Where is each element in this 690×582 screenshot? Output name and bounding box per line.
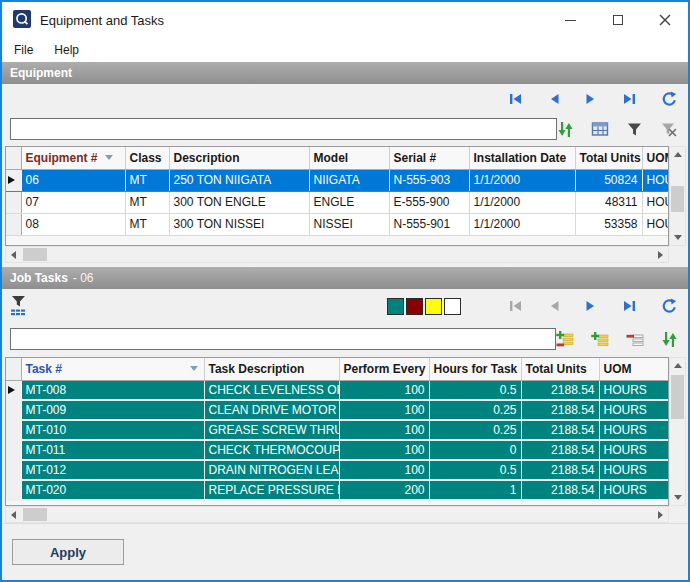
col-hours-for-task[interactable]: Hours for Task [429,358,521,380]
col-model[interactable]: Model [309,147,389,169]
legend-square-white [444,298,461,315]
first-record-button[interactable] [507,91,524,107]
filter-button[interactable] [626,121,643,137]
chevron-down-icon [674,235,682,240]
row-indicator-cell [6,191,21,213]
job-tasks-search-row [2,323,688,355]
refresh-button[interactable] [661,298,678,314]
window-title: Equipment and Tasks [40,13,164,28]
refresh-button[interactable] [661,91,678,107]
last-record-button[interactable] [621,298,638,314]
app-icon [13,10,31,31]
filter-list-icon [10,295,30,317]
job-tasks-vertical-scrollbar[interactable] [669,357,686,506]
row-indicator-cell [6,169,21,191]
equipment-grid-zone: Equipment # Class Description Model Seri… [5,146,686,263]
col-equipment-number[interactable]: Equipment # [21,147,125,169]
minimize-button[interactable] [547,2,594,38]
scroll-down-button[interactable] [670,230,685,245]
close-button[interactable] [641,2,688,38]
last-record-icon [621,91,638,107]
equipment-search-input[interactable] [10,118,557,140]
menu-help[interactable]: Help [52,41,81,59]
row-indicator-cell [6,380,21,400]
equipment-vertical-scrollbar[interactable] [669,146,686,246]
table-row: 08 MT 300 TON NISSEI NISSEI N-555-901 1/… [6,213,669,235]
scroll-left-button[interactable] [6,507,21,522]
sort-icon [557,121,574,138]
col-total-units[interactable]: Total Units [521,358,599,380]
remove-filter-icon [660,121,678,137]
previous-record-button[interactable] [547,91,561,107]
grid-view-icon [591,121,609,137]
refresh-icon [661,298,678,314]
maximize-button[interactable] [594,2,641,38]
col-description[interactable]: Description [169,147,309,169]
row-indicator-cell [6,480,21,500]
scrollbar-thumb[interactable] [23,248,47,261]
footer: Apply [2,523,688,580]
col-installation-date[interactable]: Installation Date [469,147,575,169]
remove-filter-button[interactable] [660,121,678,137]
table-row: MT-009 CLEAN DRIVE MOTOR 100 0.25 2188.5… [6,400,669,420]
menu-file[interactable]: File [12,41,35,59]
next-record-button[interactable] [584,298,598,314]
apply-button[interactable]: Apply [12,539,124,565]
previous-record-button[interactable] [547,298,561,314]
equipment-horizontal-scrollbar[interactable] [5,246,669,263]
chevron-down-icon [674,495,682,500]
remove-task-button[interactable] [626,331,644,348]
first-record-button[interactable] [507,298,524,314]
table-row: MT-012 DRAIN NITROGEN LEA 100 0.5 2188.5… [6,460,669,480]
legend-square-yellow [425,298,442,315]
scroll-up-button[interactable] [670,358,685,373]
col-uom[interactable]: UOM [642,147,669,169]
scroll-down-button[interactable] [670,490,685,505]
table-row: MT-020 REPLACE PRESSURE FI 200 1 2188.54… [6,480,669,500]
scroll-right-button[interactable] [653,507,668,522]
scrollbar-thumb[interactable] [671,186,684,212]
scroll-up-button[interactable] [670,147,685,162]
row-indicator-cell [6,420,21,440]
scrollbar-thumb[interactable] [671,375,684,419]
menu-bar: File Help [2,38,688,62]
chevron-left-icon [11,251,16,259]
equipment-section-title: Equipment [10,66,72,80]
scroll-left-button[interactable] [6,247,21,262]
chevron-up-icon [674,152,682,157]
assign-task-button[interactable] [556,331,574,348]
col-serial[interactable]: Serial # [389,147,469,169]
grid-view-button[interactable] [591,121,609,137]
next-record-icon [584,91,598,107]
filter-list-button[interactable] [10,295,30,317]
add-task-button[interactable] [591,331,609,348]
job-tasks-search-input[interactable] [10,328,556,350]
col-total-units[interactable]: Total Units [575,147,642,169]
job-tasks-horizontal-scrollbar[interactable] [5,506,669,523]
last-record-button[interactable] [621,91,638,107]
col-task-description[interactable]: Task Description [204,358,339,380]
refresh-icon [661,91,678,107]
scroll-right-button[interactable] [653,247,668,262]
chevron-right-icon [658,251,663,259]
job-tasks-grid: Task # Task Description Perform Every Ho… [5,357,669,506]
col-class[interactable]: Class [125,147,169,169]
table-row: MT-008 CHECK LEVELNESS OF 100 0.5 2188.5… [6,380,669,400]
row-indicator-cell [6,460,21,480]
legend-square-darkred [406,298,423,315]
col-perform-every[interactable]: Perform Every [339,358,429,380]
row-indicator-cell [6,440,21,460]
sort-button[interactable] [557,121,574,138]
scrollbar-thumb[interactable] [23,508,47,521]
status-legend [387,298,461,315]
col-uom[interactable]: UOM [599,358,669,380]
maximize-icon [613,15,623,25]
title-bar: Equipment and Tasks [2,2,688,38]
next-record-button[interactable] [584,91,598,107]
close-icon [659,14,671,26]
chevron-left-icon [11,511,16,519]
table-row: 07 MT 300 TON ENGLE ENGLE E-555-900 1/1/… [6,191,669,213]
sort-button[interactable] [661,331,678,348]
col-task-number[interactable]: Task # [21,358,204,380]
first-record-icon [507,298,524,314]
